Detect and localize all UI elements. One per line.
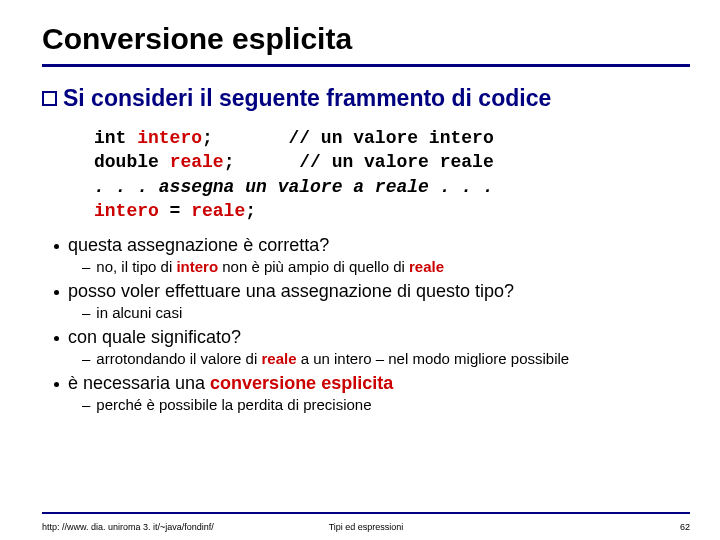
question-text: questa assegnazione è corretta?	[68, 235, 329, 256]
code-semi: ;	[245, 201, 256, 221]
answer-text: in alcuni casi	[96, 304, 182, 321]
main-bullet: Si consideri il seguente frammento di co…	[42, 85, 690, 112]
dash-icon: –	[82, 396, 90, 413]
title-rule	[42, 64, 690, 67]
code-var: intero	[137, 128, 202, 148]
question-item: con quale significato?	[54, 327, 690, 348]
code-note: . . . assegna un valore a reale . . .	[94, 177, 494, 197]
question-text: è necessaria una conversione esplicita	[68, 373, 393, 394]
dash-icon: –	[82, 350, 90, 367]
dash-icon: –	[82, 258, 90, 275]
code-op: =	[159, 201, 191, 221]
code-var: reale	[170, 152, 224, 172]
qa-list: questa assegnazione è corretta? – no, il…	[54, 235, 690, 413]
code-kw: double	[94, 152, 170, 172]
answer-text: no, il tipo di intero non è più ampio di…	[96, 258, 444, 275]
code-var: reale	[191, 201, 245, 221]
question-item: questa assegnazione è corretta?	[54, 235, 690, 256]
bullet-icon	[54, 244, 59, 249]
answer-item: – arrotondando il valore di reale a un i…	[82, 350, 690, 367]
question-item: posso voler effettuare una assegnazione …	[54, 281, 690, 302]
code-kw: int	[94, 128, 137, 148]
footer: http: //www. dia. uniroma 3. it/~java/fo…	[42, 522, 690, 532]
answer-item: – perché è possibile la perdita di preci…	[82, 396, 690, 413]
question-item: è necessaria una conversione esplicita	[54, 373, 690, 394]
square-bullet-icon	[42, 91, 57, 106]
slide: Conversione esplicita Si consideri il se…	[0, 0, 720, 413]
footer-center: Tipi ed espressioni	[329, 522, 404, 532]
code-block: int intero; // un valore intero double r…	[94, 126, 690, 223]
main-bullet-text: Si consideri il seguente frammento di co…	[63, 85, 551, 112]
footer-page-number: 62	[680, 522, 690, 532]
code-var: intero	[94, 201, 159, 221]
question-text: con quale significato?	[68, 327, 241, 348]
footer-left: http: //www. dia. uniroma 3. it/~java/fo…	[42, 522, 214, 532]
title-block: Conversione esplicita	[42, 22, 690, 67]
question-text: posso voler effettuare una assegnazione …	[68, 281, 514, 302]
dash-icon: –	[82, 304, 90, 321]
answer-text: arrotondando il valore di reale a un int…	[96, 350, 569, 367]
answer-text: perché è possibile la perdita di precisi…	[96, 396, 371, 413]
content-area: Si consideri il seguente frammento di co…	[42, 85, 690, 413]
code-comment: ; // un valore intero	[202, 128, 494, 148]
bullet-icon	[54, 382, 59, 387]
footer-rule	[42, 512, 690, 514]
bullet-icon	[54, 336, 59, 341]
answer-item: – no, il tipo di intero non è più ampio …	[82, 258, 690, 275]
answer-item: – in alcuni casi	[82, 304, 690, 321]
slide-title: Conversione esplicita	[42, 22, 690, 62]
bullet-icon	[54, 290, 59, 295]
code-comment: ; // un valore reale	[224, 152, 494, 172]
